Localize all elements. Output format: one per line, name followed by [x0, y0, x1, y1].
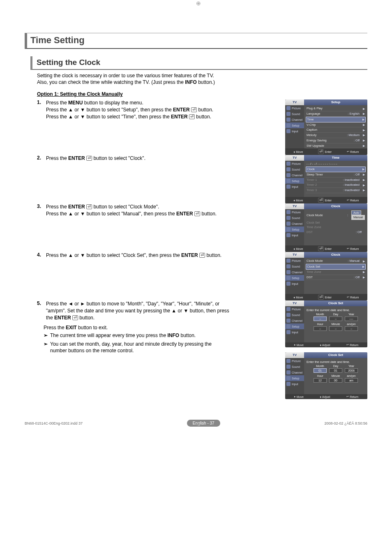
picture-icon	[286, 259, 291, 263]
input-icon	[286, 185, 291, 189]
osd-tab-tv: TV	[285, 352, 304, 358]
month-field: 01	[314, 368, 327, 373]
input-icon	[286, 382, 291, 386]
input-icon	[286, 233, 291, 237]
osd-main: Clock Mode: Manual▶Clock Set▶Time Zone▶D…	[304, 258, 367, 294]
osd-sidebar: Picture Sound Channel Setup Input	[285, 161, 304, 197]
year-field: 2008	[345, 368, 358, 373]
osd-clockset-blank: TV Clock Set Picture Sound Channel Setup…	[285, 300, 367, 347]
dropdown-option: Auto	[351, 210, 361, 215]
section-title: Setting the Clock	[30, 56, 367, 70]
step-1: 1. Press the MENU button to display the …	[37, 99, 277, 120]
enter-icon: ⏎	[318, 246, 324, 251]
enter-icon: ⏎	[86, 156, 92, 161]
osd-row: Caption▶	[306, 127, 366, 133]
picture-icon	[286, 307, 291, 311]
setup-icon	[286, 376, 291, 380]
channel-icon	[286, 270, 291, 274]
channel-icon	[286, 173, 291, 177]
clockset-row-2: Hour12 Minute00 am/pmam	[306, 374, 366, 383]
enter-icon: ⏎	[191, 107, 197, 112]
osd-sidebar: Picture Sound Channel Setup Input	[285, 258, 304, 294]
step-4: 4. Press the ▲ or ▼ button to select "Cl…	[37, 252, 277, 259]
osd-message: Enter the current date and time.	[306, 359, 366, 364]
osd-row: DST: Off	[306, 230, 366, 235]
osd-row: Sleep Timer: Off▶	[306, 172, 366, 178]
enter-icon: ⏎	[318, 149, 324, 154]
enter-icon: ⏎	[199, 253, 205, 258]
osd-row: Time▶	[306, 117, 366, 122]
osd-main: Clock Mode : Auto Manual Clock Set Time …	[304, 209, 367, 245]
osd-footer: ♦Move ⏎Enter ↩Return	[285, 245, 367, 252]
osd-row: SW Upgrade▶	[306, 143, 366, 149]
step-text: Press the ▲ or ▼ button to select "Clock…	[46, 252, 221, 259]
input-icon	[286, 282, 291, 286]
option-heading: Option 1: Setting the Clock Manually	[37, 91, 367, 97]
month-field: --	[314, 317, 327, 321]
osd-row: Time Zone▶	[306, 270, 366, 275]
osd-main: Plug & Play▶Language: English▶Time▶V-Chi…	[304, 105, 367, 148]
enter-icon: ⏎	[318, 198, 324, 203]
osd-row: Clock Set	[306, 220, 366, 225]
osd-clockset-filled: TV Clock Set Picture Sound Channel Setup…	[285, 352, 367, 399]
step-2: 2. Press the ENTER ⏎ button to select "C…	[37, 155, 277, 162]
osd-title: Clock	[304, 203, 367, 209]
minute-field: --	[329, 326, 342, 331]
sound-icon	[286, 167, 291, 171]
osd-row: DST: Off▶	[306, 275, 366, 280]
osd-footer: ♦Move ⏎Enter ↩Return	[285, 148, 367, 155]
osd-main: - - / - - / - - - - - - : - - - - Clock▶…	[304, 161, 367, 197]
osd-row: V-Chip▶	[306, 122, 366, 128]
picture-icon	[286, 210, 291, 214]
dropdown-option: Manual	[351, 215, 365, 219]
input-icon	[286, 129, 291, 133]
enter-icon: ⏎	[189, 114, 195, 119]
hour-field: 12	[314, 378, 327, 383]
setup-icon	[286, 227, 291, 231]
osd-row: Timer 2: Inactivated▶	[306, 183, 366, 188]
channel-icon	[286, 118, 291, 122]
picture-icon	[286, 162, 291, 166]
updown-icon: ♦	[294, 150, 295, 153]
note-2: ➣ You can set the month, day, year, hour…	[44, 341, 224, 355]
osd-tab-tv: TV	[285, 99, 304, 105]
enter-icon: ⏎	[86, 204, 92, 209]
step-number: 1.	[37, 99, 46, 105]
day-field: --	[329, 317, 342, 321]
step-text: Press the ENTER ⏎ button to select "Cloc…	[46, 155, 145, 162]
osd-main: Enter the current date and time. Month01…	[304, 358, 367, 394]
note-bullet-icon: ➣	[44, 341, 48, 355]
osd-row: Plug & Play▶	[306, 106, 366, 111]
hour-field: --	[314, 326, 327, 331]
page: ⊕ Time Setting Setting the Clock Setting…	[0, 0, 392, 439]
year-field: ----	[345, 317, 358, 321]
enter-icon: ⏎	[194, 211, 200, 216]
step-text: Press the ◄ or ► button to move to "Mont…	[46, 300, 230, 321]
picture-icon	[286, 106, 291, 110]
channel-icon	[286, 222, 291, 226]
osd-main: Enter the current date and time. Month--…	[304, 306, 367, 342]
osd-sidebar: Picture Sound Channel Setup Input	[285, 209, 304, 245]
setup-icon	[286, 123, 291, 127]
channel-icon	[286, 370, 291, 374]
input-icon	[286, 330, 291, 334]
osd-row: Timer 1: Inactivated▶	[306, 178, 366, 183]
sound-icon	[286, 216, 291, 220]
step-number: 3.	[37, 203, 46, 209]
osd-row: Time Zone	[306, 225, 366, 230]
sound-icon	[286, 365, 291, 369]
osd-footer: ▸Move ♦Adjust ↩Return	[285, 394, 367, 399]
osd-tab-tv: TV	[285, 155, 304, 161]
picture-icon	[286, 359, 291, 363]
step-3: 3. Press the ENTER ⏎ button to select "C…	[37, 203, 277, 217]
sound-icon	[286, 264, 291, 268]
enter-icon: ⏎	[318, 295, 324, 300]
osd-setup-panel: TV Setup Picture Sound Channel Setup Inp…	[285, 99, 367, 155]
osd-message: Enter the current date and time.	[306, 307, 366, 312]
step-text: Press the MENU button to display the men…	[46, 99, 213, 120]
osd-row: Clock Set▶	[306, 264, 366, 270]
clockset-row-1: Month01 Day01 Year2008	[306, 365, 366, 373]
osd-row: Melody: Medium▶	[306, 133, 366, 138]
osd-row: Clock Mode : Auto Manual	[306, 210, 366, 220]
osd-row: Energy Saving: Off▶	[306, 138, 366, 143]
